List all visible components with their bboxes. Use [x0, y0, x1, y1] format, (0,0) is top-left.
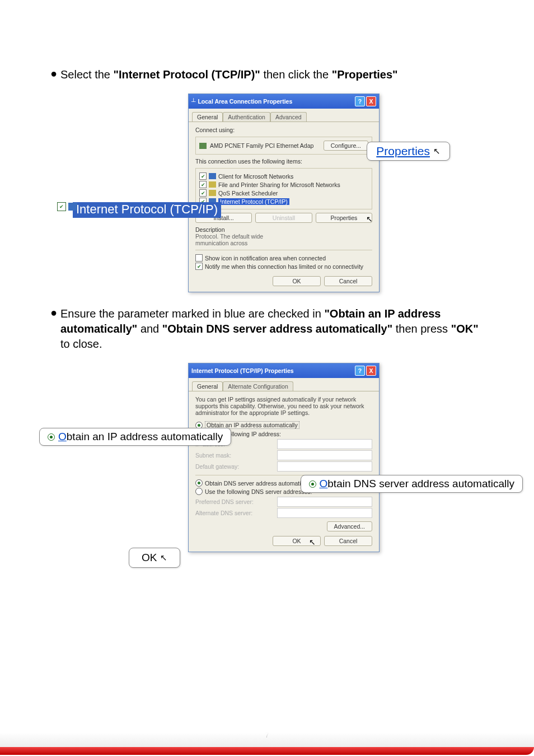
step1-bold1: "Internet Protocol (TCP/IP)": [114, 68, 260, 81]
callout-ip-auto: Obtain an IP address automatically: [39, 428, 231, 446]
figure-2: Internet Protocol (TCP/IP) Properties ? …: [50, 363, 484, 564]
step2-b3: "OK": [451, 323, 479, 335]
step1-bold2: "Properties": [332, 68, 398, 81]
cursor-icon: ↖: [366, 214, 373, 223]
checkbox-icon[interactable]: ✔: [199, 189, 207, 197]
checkbox-icon[interactable]: ✔: [199, 172, 207, 180]
uses-following-label: This connection uses the following items…: [195, 158, 372, 165]
help-icon[interactable]: ?: [355, 366, 365, 376]
figure-1: ┴ Local Area Connection Properties ? X G…: [50, 94, 484, 278]
ip-blurb: You can get IP settings assigned automat…: [195, 396, 372, 416]
callout-dns-auto: Obtain DNS server address automatically: [301, 475, 523, 493]
step2-b2: "Obtain DNS server address automatically…: [162, 323, 392, 335]
advanced-button[interactable]: Advanced...: [327, 521, 372, 531]
lac-tabs: General Authentication Advanced: [189, 109, 379, 122]
step2-suffix: to close.: [60, 338, 102, 350]
field-gw: Default gateway:: [195, 461, 372, 472]
tab-altconfig[interactable]: Alternate Configuration: [223, 381, 293, 391]
bullet-dot: ●: [50, 306, 56, 352]
step2-mid1: and: [140, 323, 162, 335]
callout-ok-label: OK: [142, 552, 157, 564]
nic-icon: [199, 143, 207, 149]
client-icon: [209, 173, 216, 179]
bullet-dot: ●: [50, 67, 56, 82]
checkbox-icon[interactable]: [195, 254, 203, 262]
qos-icon: [209, 190, 216, 196]
step1-prefix: Select the: [60, 68, 114, 81]
item-qos[interactable]: ✔ QoS Packet Scheduler: [199, 189, 368, 197]
checkbox-icon: ✔: [57, 202, 66, 211]
item-fileprint[interactable]: ✔ File and Printer Sharing for Microsoft…: [199, 180, 368, 189]
bullet-step2: ● Ensure the parameter marked in blue ar…: [50, 306, 484, 352]
item-buttons: Install... Uninstall Properties ↖: [195, 213, 372, 223]
callout-tcpip: Internet Protocol (TCP/IP): [73, 202, 221, 218]
tab-authentication[interactable]: Authentication: [223, 112, 270, 122]
tab-advanced[interactable]: Advanced: [270, 112, 307, 122]
tab-general[interactable]: General: [192, 381, 223, 391]
lac-title: Local Area Connection Properties: [198, 98, 354, 105]
share-icon: [209, 181, 216, 188]
ip-dialog: Internet Protocol (TCP/IP) Properties ? …: [188, 363, 380, 552]
callout-dns-auto-label: Obtain DNS server address automatically: [320, 478, 514, 490]
description-text2: mmunication across: [195, 240, 372, 246]
adapter-box: AMD PCNET Family PCI Ethernet Adap Confi…: [195, 137, 372, 155]
radio-icon[interactable]: [195, 479, 203, 487]
field-mask: Subnet mask:: [195, 450, 372, 460]
tab-general[interactable]: General: [192, 112, 223, 122]
cancel-button[interactable]: Cancel: [324, 536, 372, 546]
lac-dialog: ┴ Local Area Connection Properties ? X G…: [188, 94, 380, 292]
callout-properties: Properties ↖: [367, 142, 450, 161]
items-list: ✔ Client for Microsoft Networks ✔ File a…: [195, 168, 372, 209]
close-icon[interactable]: X: [366, 96, 376, 106]
field-pdns: Preferred DNS server:: [195, 497, 372, 507]
cursor-icon: ↖: [433, 146, 441, 156]
close-icon[interactable]: X: [366, 366, 376, 376]
ok-button[interactable]: OK: [273, 276, 321, 286]
description-text1: Protocol. The default wide: [195, 233, 372, 240]
cursor-icon: ↖: [309, 538, 316, 547]
adapter-name: AMD PCNET Family PCI Ethernet Adap: [210, 142, 320, 149]
page-footer: [0, 722, 534, 756]
callout-ok: OK ↖: [129, 548, 180, 568]
item-client[interactable]: ✔ Client for Microsoft Networks: [199, 172, 368, 180]
notify-checkbox[interactable]: ✔ Notify me when this connection has lim…: [195, 262, 372, 270]
tcpip-icon: [68, 203, 77, 211]
step2-prefix: Ensure the parameter marked in blue are …: [60, 307, 324, 320]
radio-icon: [309, 480, 316, 488]
field-adns: Alternate DNS server:: [195, 508, 372, 518]
callout-properties-label: Properties: [376, 144, 430, 158]
radio-icon[interactable]: [195, 488, 203, 495]
show-icon-checkbox[interactable]: Show icon in notification area when conn…: [195, 254, 372, 262]
uninstall-button: Uninstall: [255, 213, 312, 223]
callout-ip-auto-label: Obtain an IP address automatically: [58, 431, 223, 443]
lac-titlebar-icon: ┴: [191, 98, 195, 105]
cancel-button[interactable]: Cancel: [324, 276, 372, 286]
item-tcpip[interactable]: ✔ Internet Protocol (TCP/IP): [199, 197, 368, 206]
connect-using-label: Connect using:: [195, 127, 372, 133]
ip-titlebar: Internet Protocol (TCP/IP) Properties ? …: [189, 363, 379, 378]
properties-button[interactable]: Properties ↖: [316, 213, 372, 223]
lac-titlebar: ┴ Local Area Connection Properties ? X: [189, 94, 379, 109]
help-icon[interactable]: ?: [355, 96, 365, 106]
checkbox-icon[interactable]: ✔: [195, 263, 203, 270]
radio-icon: [48, 433, 55, 441]
item-tcpip-label: Internet Protocol (TCP/IP): [218, 198, 289, 205]
bullet-step1: ● Select the "Internet Protocol (TCP/IP)…: [50, 67, 484, 82]
configure-button[interactable]: Configure...: [324, 141, 368, 151]
step1-mid: then click the: [263, 68, 331, 81]
ip-title: Internet Protocol (TCP/IP) Properties: [191, 367, 354, 374]
description-label: Description: [195, 226, 372, 233]
cursor-icon: ↖: [160, 553, 167, 563]
ok-button[interactable]: OK ↖: [273, 536, 321, 546]
callout-tcpip-check: ✔: [57, 202, 77, 211]
ip-tabs: General Alternate Configuration: [189, 378, 379, 391]
step2-mid2: then press: [396, 323, 451, 335]
checkbox-icon[interactable]: ✔: [199, 181, 207, 188]
